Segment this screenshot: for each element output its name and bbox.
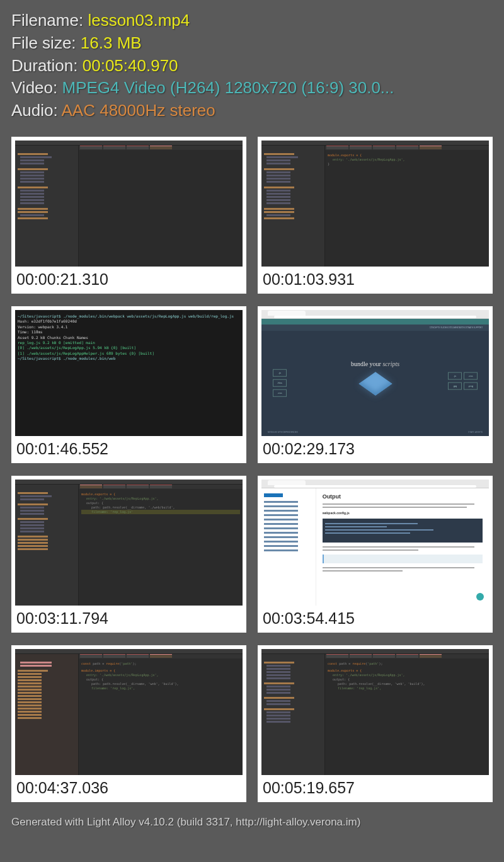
webpack-cube-icon	[358, 372, 392, 396]
video-label: Video:	[11, 78, 62, 97]
module-box: .js	[273, 369, 287, 377]
terminal-line: rep_log.js 9.2 kB 0 [emitted] main	[18, 340, 95, 345]
thumbnail-timestamp: 00:03:54.415	[261, 606, 489, 629]
browser-window: CONCEPTS GUIDES DOCUMENTATION DONATE SUP…	[261, 310, 489, 436]
asset-box: .js	[448, 372, 462, 380]
hero-footer-left: MODULES WITH DEPENDENCIES	[268, 431, 298, 434]
filesize-label: File size:	[11, 33, 81, 52]
thumbnail-card: 00:00:21.310	[11, 137, 246, 294]
thumbnail-grid: 00:00:21.310 module.exports = { entry: '…	[11, 137, 493, 802]
terminal-line: Version: webpack 3.4.1	[18, 325, 240, 330]
terminal-line: Time: 118ms	[18, 330, 240, 335]
terminal-line: [0] ./web/assets/js/RepLogApp.js 5.94 kB…	[18, 345, 136, 350]
thumbnail-card: CONCEPTS GUIDES DOCUMENTATION DONATE SUP…	[258, 306, 493, 463]
code-line: path: path.resolve(__dirname, 'web', 'bu…	[91, 682, 178, 686]
thumbnail-image: module.exports = { entry: './web/assets/…	[15, 480, 243, 606]
filename-label: Filename:	[11, 11, 88, 30]
thumbnail-timestamp: 00:00:21.310	[15, 267, 243, 290]
module-box: .css	[273, 389, 287, 397]
terminal-line: ~/Sites/javascript$ ./node_modules/.bin/…	[18, 314, 240, 319]
generator-footer: Generated with Light Alloy v4.10.2 (buil…	[11, 816, 493, 829]
asset-box: .jpg	[448, 382, 462, 390]
code-line: module.exports = {	[328, 153, 362, 157]
code-line: output: {	[86, 677, 103, 681]
feedback-fab-icon	[476, 593, 484, 601]
thumbnail-image: CONCEPTS GUIDES DOCUMENTATION DONATE SUP…	[261, 310, 489, 436]
code-line: output: {	[333, 677, 350, 681]
code-line: entry: './web/assets/js/RepLogApp.js',	[86, 673, 158, 677]
thumbnail-image: const path = require('path'); module.exp…	[261, 649, 489, 775]
code-line: filename: 'rep_log.js',	[91, 686, 135, 690]
thumbnail-card: Output webpack.config.js 00:03:54.415	[258, 476, 493, 633]
docs-sidebar	[261, 488, 316, 606]
hero-footer-right: STATIC ASSETS	[468, 431, 483, 434]
thumbnail-image: ~/Sites/javascript$ ./node_modules/.bin/…	[15, 310, 243, 436]
thumbnail-card: module.exports = { entry: './web/assets/…	[11, 476, 246, 633]
thumbnail-card: ~/Sites/javascript$ ./node_modules/.bin/…	[11, 306, 246, 463]
thumbnail-card: module.exports = { entry: './web/assets/…	[258, 137, 493, 294]
video-value: MPEG4 Video (H264) 1280x720 (16:9) 30.0.…	[62, 78, 394, 97]
module-box: .hbs	[273, 379, 287, 387]
thumbnail-timestamp: 00:01:46.552	[15, 436, 243, 459]
terminal-line: Asset 9.2 kB Chunks Chunk Names	[18, 335, 240, 340]
docs-page-title: Output	[323, 493, 483, 500]
webpack-badge	[264, 493, 283, 497]
thumbnail-timestamp: 00:05:19.657	[261, 775, 489, 798]
code-line: entry: './web/assets/js/RepLogApp.js',	[333, 673, 404, 677]
code-line: module.imports = {	[81, 669, 115, 672]
audio-value: AAC 48000Hz stereo	[62, 101, 215, 120]
audio-row: Audio: AAC 48000Hz stereo	[11, 100, 493, 122]
filesize-row: File size: 16.3 MB	[11, 33, 493, 54]
media-info-block: Filename: lesson03.mp4 File size: 16.3 M…	[11, 10, 493, 122]
filename-row: Filename: lesson03.mp4	[11, 10, 493, 32]
thumbnail-image: Output webpack.config.js	[261, 480, 489, 606]
code-line: module.exports = {	[81, 492, 115, 496]
thumbnail-timestamp: 00:03:11.794	[15, 606, 243, 629]
thumbnail-timestamp: 00:01:03.931	[261, 267, 489, 290]
docs-subtitle: webpack.config.js	[323, 511, 483, 515]
thumbnail-card: const path = require('path'); module.exp…	[258, 645, 493, 802]
audio-label: Audio:	[11, 101, 62, 120]
asset-box: .css	[464, 372, 478, 380]
terminal-line: Hash: e32df1f0b7e1fa69240d	[18, 319, 240, 324]
asset-box: .png	[464, 382, 478, 390]
filesize-value: 16.3 MB	[81, 33, 142, 52]
thumbnail-timestamp: 00:04:37.036	[15, 775, 243, 798]
thumbnail-timestamp: 00:02:29.173	[261, 436, 489, 459]
browser-window: Output webpack.config.js	[261, 480, 489, 606]
duration-label: Duration:	[11, 56, 83, 75]
duration-value: 00:05:40.970	[83, 56, 178, 75]
code-line: entry: './web/assets/js/RepLogApp.js',	[86, 497, 158, 500]
terminal-line: ~/Sites/javascript$ ./node_modules/.bin/…	[18, 356, 240, 361]
terminal-line: [1] ./web/assets/js/RepLogAppHelper.js 6…	[18, 351, 154, 355]
docs-main: Output webpack.config.js	[316, 488, 489, 606]
video-row: Video: MPEG4 Video (H264) 1280x720 (16:9…	[11, 78, 493, 99]
thumbnail-card: const path = require('path'); module.imp…	[11, 645, 246, 802]
filename-value: lesson03.mp4	[88, 11, 190, 30]
code-line: filename: 'rep_log.js'	[91, 510, 133, 514]
duration-row: Duration: 00:05:40.970	[11, 55, 493, 77]
code-line: path: path.resolve(__dirname, './web/bui…	[91, 505, 175, 509]
thumbnail-image: const path = require('path'); module.imp…	[15, 649, 243, 775]
terminal-output: ~/Sites/javascript$ ./node_modules/.bin/…	[15, 310, 243, 436]
code-line: path: path.resolve(__dirname, 'web', 'bu…	[338, 682, 425, 686]
thumbnail-image	[15, 141, 243, 267]
thumbnail-image: module.exports = { entry: './web/assets/…	[261, 141, 489, 267]
webpack-hero-title: bundle your scripts	[351, 360, 399, 367]
webpack-nav: CONCEPTS GUIDES DOCUMENTATION DONATE SUP…	[261, 325, 489, 331]
code-line: filename: 'rep_log.js',	[338, 686, 381, 690]
code-line: module.exports = {	[328, 669, 362, 672]
code-line: output: {	[86, 501, 103, 505]
code-line: entry: './web/assets/js/RepLogApp.js',	[333, 158, 404, 161]
